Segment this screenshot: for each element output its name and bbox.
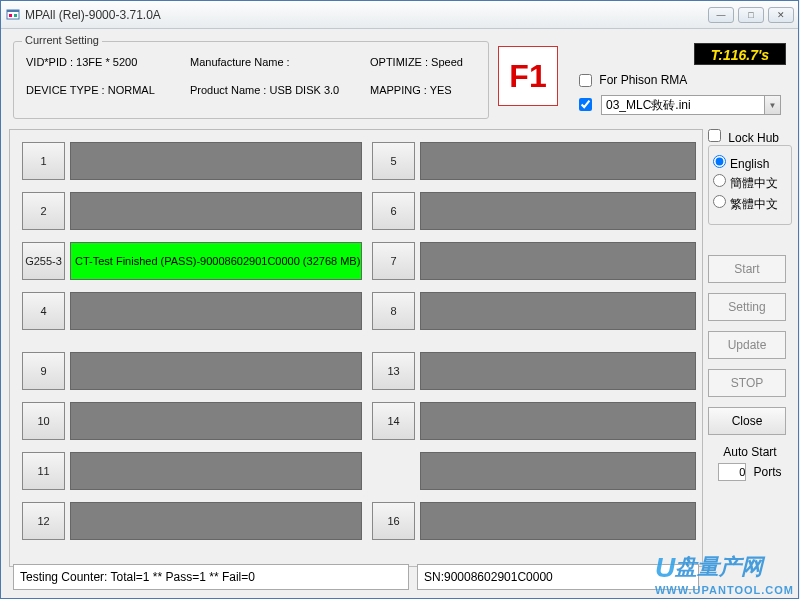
status-row: Testing Counter: Total=1 ** Pass=1 ** Fa… (13, 564, 699, 590)
start-button[interactable]: Start (708, 255, 786, 283)
slot-button-16[interactable]: 16 (372, 502, 415, 540)
slot-bar-2 (70, 192, 362, 230)
lang-english[interactable]: English (713, 155, 787, 171)
ini-select-value: 03_MLC救砖.ini (602, 97, 764, 114)
vid-pid-label: VID*PID : 13FE * 5200 (26, 56, 137, 68)
slot-bar-5 (420, 142, 696, 180)
svg-rect-3 (14, 14, 17, 17)
testing-counter: Testing Counter: Total=1 ** Pass=1 ** Fa… (13, 564, 409, 590)
slot-bar-8 (420, 292, 696, 330)
slot-button-11[interactable]: 11 (22, 452, 65, 490)
svg-rect-2 (9, 14, 12, 17)
titlebar: MPAll (Rel)-9000-3.71.0A — □ ✕ (1, 1, 798, 29)
lang-traditional[interactable]: 繁體中文 (713, 195, 787, 213)
ini-select[interactable]: 03_MLC救砖.ini ▼ (601, 95, 781, 115)
serial-number: SN:90008602901C0000 (417, 564, 699, 590)
slot-bar-3-pass: CT-Test Finished (PASS)-90008602901C0000… (70, 242, 362, 280)
slot-button-14[interactable]: 14 (372, 402, 415, 440)
current-setting-legend: Current Setting (22, 34, 102, 46)
mapping-label: MAPPING : YES (370, 84, 452, 96)
device-type-label: DEVICE TYPE : NORMAL (26, 84, 155, 96)
right-panel: Lock Hub English 簡體中文 繁體中文 Start Setting… (708, 129, 792, 579)
slot-bar-6 (420, 192, 696, 230)
slot-button-5[interactable]: 5 (372, 142, 415, 180)
slot-button-9[interactable]: 9 (22, 352, 65, 390)
product-name-label: Product Name : USB DISK 3.0 (190, 84, 339, 96)
f1-indicator: F1 (498, 46, 558, 106)
slot-button-3[interactable]: G255-3 (22, 242, 65, 280)
slot-button-1[interactable]: 1 (22, 142, 65, 180)
language-group: English 簡體中文 繁體中文 (708, 145, 792, 225)
slot-bar-13 (420, 352, 696, 390)
ini-checkbox-input[interactable] (579, 98, 592, 111)
lock-hub-label: Lock Hub (728, 131, 779, 145)
client-area: Current Setting VID*PID : 13FE * 5200 DE… (1, 29, 798, 598)
slot-bar-11 (70, 452, 362, 490)
slot-bar-7 (420, 242, 696, 280)
auto-start-input[interactable] (718, 463, 746, 481)
update-button[interactable]: Update (708, 331, 786, 359)
window-buttons: — □ ✕ (708, 7, 794, 23)
auto-start-group: Auto Start Ports (708, 445, 792, 481)
app-icon (5, 7, 21, 23)
chevron-down-icon[interactable]: ▼ (764, 96, 780, 114)
slot-bar-9 (70, 352, 362, 390)
manufacture-label: Manufacture Name : (190, 56, 290, 68)
ini-checkbox[interactable] (579, 97, 596, 111)
slots-area: 1 2 G255-3 CT-Test Finished (PASS)-90008… (9, 129, 703, 567)
minimize-button[interactable]: — (708, 7, 734, 23)
app-window: MPAll (Rel)-9000-3.71.0A — □ ✕ Current S… (0, 0, 799, 599)
slot-button-10[interactable]: 10 (22, 402, 65, 440)
slot-button-12[interactable]: 12 (22, 502, 65, 540)
slot-bar-15 (420, 452, 696, 490)
lang-simplified[interactable]: 簡體中文 (713, 174, 787, 192)
setting-button[interactable]: Setting (708, 293, 786, 321)
optimize-label: OPTIMIZE : Speed (370, 56, 463, 68)
slot-bar-14 (420, 402, 696, 440)
slot-bar-10 (70, 402, 362, 440)
window-title: MPAll (Rel)-9000-3.71.0A (25, 8, 708, 22)
slot-button-7[interactable]: 7 (372, 242, 415, 280)
stop-button[interactable]: STOP (708, 369, 786, 397)
slot-button-4[interactable]: 4 (22, 292, 65, 330)
slot-bar-4 (70, 292, 362, 330)
slot-bar-12 (70, 502, 362, 540)
lock-hub-input[interactable] (708, 129, 721, 142)
slot-button-8[interactable]: 8 (372, 292, 415, 330)
close-window-button[interactable]: ✕ (768, 7, 794, 23)
timer-display: T:116.7's (694, 43, 786, 65)
slot-button-13[interactable]: 13 (372, 352, 415, 390)
slot-bar-1 (70, 142, 362, 180)
slot-button-2[interactable]: 2 (22, 192, 65, 230)
for-phison-rma-input[interactable] (579, 74, 592, 87)
auto-start-label: Auto Start (708, 445, 792, 459)
for-phison-rma-checkbox[interactable]: For Phison RMA (579, 73, 687, 87)
svg-rect-1 (7, 10, 19, 12)
lock-hub-checkbox[interactable]: Lock Hub (708, 131, 779, 145)
slot-button-6[interactable]: 6 (372, 192, 415, 230)
slot-bar-16 (420, 502, 696, 540)
current-setting-group: Current Setting VID*PID : 13FE * 5200 DE… (13, 41, 489, 119)
ports-label: Ports (754, 465, 782, 479)
close-button[interactable]: Close (708, 407, 786, 435)
for-phison-rma-label: For Phison RMA (599, 73, 687, 87)
maximize-button[interactable]: □ (738, 7, 764, 23)
